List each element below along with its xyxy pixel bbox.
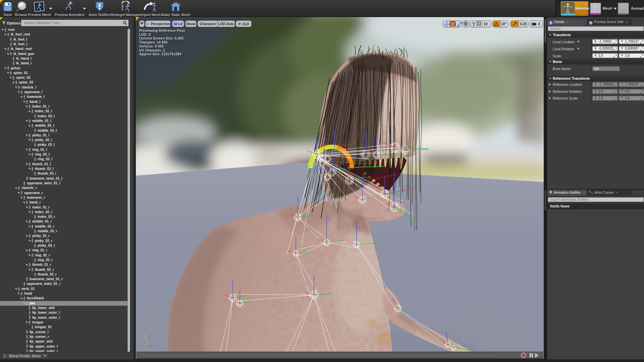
svg-text:Y: Y [153, 345, 155, 348]
svg-text:Z: Z [144, 335, 146, 338]
